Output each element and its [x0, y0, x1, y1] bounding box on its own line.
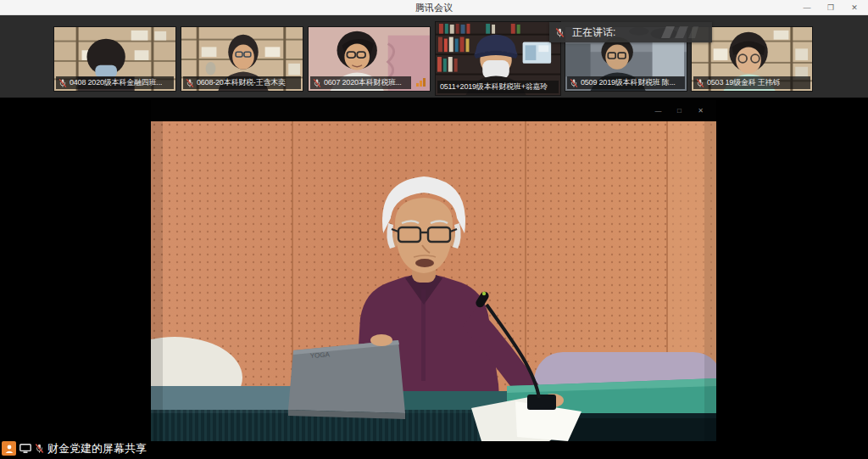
sharer-avatar [2, 441, 16, 456]
participant-name: 0408 2020级本科金融四班... [70, 77, 162, 88]
participant-tile[interactable]: 0608-20本科财税-王含木奕 [181, 26, 303, 92]
speaker-hand [370, 334, 392, 346]
shared-minimize-icon: — [648, 107, 669, 115]
participant-name: 0509 2019级本科财税班 陈... [581, 77, 676, 88]
participant-name: 0503 19级金科 王祎铄 [707, 77, 780, 88]
close-icon[interactable]: ✕ [843, 0, 866, 15]
participant-label: 0509 2019级本科财税班 陈... [567, 76, 685, 89]
shared-video-window[interactable]: — □ ✕ [151, 100, 716, 441]
participant-strip: 0408 2020级本科金融四班... 0608-20本科财税-王含木奕 [0, 15, 868, 98]
screen-share-indicator[interactable]: 财金党建的屏幕共享 [2, 440, 147, 456]
laptop: YOGA [288, 340, 405, 419]
person-icon [4, 444, 14, 454]
speaking-indicator-label: 正在讲话: [572, 25, 615, 40]
laptop-brand-text: YOGA [310, 350, 331, 360]
meeting-logo-watermark [659, 25, 700, 40]
mic-muted-icon [696, 78, 704, 88]
app-titlebar: 腾讯会议 — ❐ ✕ [0, 0, 868, 15]
network-signal-icon [416, 78, 426, 87]
mic-muted-icon [58, 78, 67, 88]
app-title: 腾讯会议 [0, 0, 868, 15]
participant-label: 0503 19级金科 王祎铄 [693, 76, 810, 89]
participant-name: 0511+2019级本科财税班+翁嘉玲 [440, 81, 548, 92]
shared-video-titlebar: — □ ✕ [151, 100, 716, 121]
mic-muted-icon [570, 78, 578, 88]
mic-muted-icon [555, 27, 565, 38]
participant-tile[interactable]: 0607 2020本科财税班... [308, 26, 431, 92]
participant-label: 0608-20本科财税-王含木奕 [183, 76, 301, 89]
shared-maximize-icon: □ [669, 107, 690, 115]
window-controls: — ❐ ✕ [795, 0, 866, 15]
mic-muted-icon [186, 78, 194, 88]
minimize-icon[interactable]: — [795, 0, 819, 15]
shared-screen-stage: — □ ✕ [0, 98, 868, 459]
restore-icon[interactable]: ❐ [819, 0, 843, 15]
participant-name: 0608-20本科财税-王含木奕 [197, 77, 286, 88]
participant-label: 0607 2020本科财税班... [310, 76, 411, 89]
screen-share-label: 财金党建的屏幕共享 [47, 441, 147, 456]
participant-label: 0408 2020级本科金融四班... [56, 76, 174, 89]
mic-muted-icon [313, 78, 321, 88]
shared-close-icon: ✕ [690, 107, 711, 115]
mic-muted-icon [35, 443, 44, 454]
participant-tile[interactable]: 0408 2020级本科金融四班... [53, 26, 176, 92]
participant-tile-active-speaker[interactable]: 0511+2019级本科财税班+翁嘉玲 [435, 21, 561, 96]
lecture-video-content: YOGA [151, 121, 716, 441]
speaking-indicator-banner: 正在讲话: [549, 22, 712, 42]
screen-share-icon [19, 444, 31, 454]
participant-name: 0607 2020本科财税班... [324, 77, 402, 88]
participant-label: 0511+2019级本科财税班+翁嘉玲 [437, 81, 559, 93]
